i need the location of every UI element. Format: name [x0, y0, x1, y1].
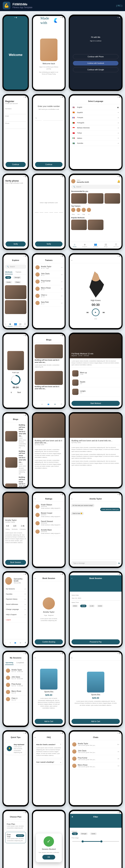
- tab-trainers[interactable]: Trainers: [15, 270, 22, 274]
- session-row[interactable]: Chen LiNov 20: [5, 695, 26, 703]
- back-icon[interactable]: ‹: [35, 498, 35, 500]
- lang-item[interactable]: 🇫🇷Français○: [72, 115, 120, 120]
- slider-handle[interactable]: [100, 840, 102, 842]
- trainer-row[interactable]: Amelia Taylor★ 4.8 · Yoga›: [35, 264, 63, 271]
- trainer-chip[interactable]: Li: [87, 208, 91, 215]
- play-button[interactable]: ▶: [92, 309, 99, 316]
- chat-row[interactable]: John DavisThat sounds great! See you...1…: [71, 748, 120, 755]
- back-icon[interactable]: ‹: [71, 259, 72, 261]
- slider-handle[interactable]: [82, 840, 84, 842]
- tab-completed[interactable]: Completed: [16, 661, 24, 665]
- faq-item[interactable]: How do I book a session?⌃ Lorem ipsum do…: [35, 742, 63, 758]
- phone-number-field[interactable]: [43, 116, 63, 121]
- prev-icon[interactable]: ⏮: [86, 311, 89, 314]
- tab-upcoming[interactable]: Upcoming: [5, 661, 13, 665]
- otp-digit[interactable]: [49, 208, 53, 213]
- otp-digit[interactable]: [44, 208, 48, 213]
- workout-card[interactable]: [71, 220, 87, 230]
- plan-card[interactable]: Free TrialSelected Lorem ipsum dolor sit…: [5, 832, 26, 843]
- add-to-cart-button[interactable]: Add to Cart: [35, 719, 63, 724]
- verify-button[interactable]: Verify: [5, 242, 26, 247]
- cat-chip[interactable]: Cardio: [5, 281, 12, 283]
- session-row[interactable]: John DavisNov 14 · 09:00 AM: [5, 674, 26, 681]
- avatar[interactable]: [5, 577, 12, 585]
- continue-google-button[interactable]: Continue with Google: [73, 67, 118, 72]
- search-input[interactable]: 🔍Search: [71, 185, 120, 189]
- filter-chip[interactable]: Strength: [80, 832, 88, 835]
- time-chip[interactable]: 02:00: [97, 604, 103, 607]
- trainer-row[interactable]: John Davis★ 4.7›: [35, 271, 63, 278]
- otp-digit[interactable]: [59, 208, 63, 213]
- workout-card[interactable]: [5, 300, 26, 314]
- lang-item[interactable]: 🇪🇸Español○: [72, 110, 120, 115]
- workout-card[interactable]: [88, 220, 103, 230]
- lang-item[interactable]: 🇮🇹Italiano○: [72, 136, 120, 141]
- trainer-row[interactable]: Chen Li★ 4.8›: [35, 292, 63, 300]
- phone-continue-button[interactable]: Continue: [35, 162, 62, 167]
- cat-chip[interactable]: Yoga: [5, 276, 11, 279]
- plan-card[interactable]: Free Plan Lorem ipsum dolor sit amet, co…: [5, 822, 26, 831]
- country-code-field[interactable]: +1: [35, 116, 42, 121]
- nav-explore[interactable]: ◈Explore: [83, 243, 87, 248]
- account-item[interactable]: Change Language›: [5, 607, 26, 612]
- account-item[interactable]: Saved Addresses›: [5, 602, 26, 607]
- otp-digit[interactable]: [54, 208, 58, 213]
- trainer-row[interactable]: Sara Park★ 4.7›: [35, 300, 63, 307]
- session-row[interactable]: Amelia TaylorNov 12 · 10:00 AM: [5, 667, 26, 674]
- next-button[interactable]: Next: [18, 392, 21, 393]
- workout-card[interactable]: [104, 193, 120, 204]
- back-icon[interactable]: ‹: [71, 498, 72, 500]
- lang-item[interactable]: 🇹🇷Türkçe○: [72, 130, 120, 136]
- time-chip[interactable]: 11:00: [89, 604, 95, 607]
- lang-item[interactable]: 🇸🇪Svenska○: [72, 141, 120, 146]
- nav-trainers[interactable]: 👥Trainers: [93, 243, 98, 248]
- phone-field[interactable]: [5, 124, 26, 129]
- chat-row[interactable]: Marco RossiThat sounds great! See you...…: [71, 762, 120, 769]
- back-icon[interactable]: ‹: [71, 577, 72, 579]
- otp-digit[interactable]: [39, 208, 43, 213]
- lang-item[interactable]: 🇮🇩Bahasa Indonesia○: [72, 125, 120, 130]
- session-row[interactable]: Marco RossiNov 18: [5, 688, 26, 695]
- tip-card[interactable]: 💡 Stay Hydrated Lorem ipsum dolor sit am…: [5, 742, 26, 755]
- filter-chip[interactable]: Yoga: [72, 832, 78, 835]
- account-item[interactable]: Help & Support›: [5, 612, 26, 617]
- cat-chip[interactable]: Strength: [13, 276, 21, 279]
- blog-row[interactable]: Building self love lorem sed do it amet …: [5, 424, 26, 449]
- continue-phone-button[interactable]: Continue with Phone: [73, 54, 118, 59]
- session-row[interactable]: Priya KumarNov 16 · 11:00 AM: [5, 681, 26, 688]
- trainer-chip[interactable]: Kay: [82, 208, 86, 215]
- date-field[interactable]: Nov 12, 2024: [71, 596, 120, 601]
- ok-button[interactable]: OK: [42, 855, 55, 860]
- blog-card[interactable]: [35, 344, 63, 358]
- blog-row[interactable]: Building self love lorem sed do it amet …: [5, 450, 26, 475]
- chat-row[interactable]: Amelia TaylorThat sounds great! See you.…: [71, 741, 120, 748]
- nav-blogs[interactable]: ▤Blogs: [104, 243, 107, 248]
- faq-item[interactable]: Can I cancel a booking?⌄: [35, 760, 63, 765]
- lang-item[interactable]: 🇵🇹Português○: [72, 120, 120, 125]
- blog-row[interactable]: Building self love lorem sed do it amet …: [5, 476, 26, 487]
- exercise-row[interactable]: Lungesx10: [71, 387, 120, 397]
- pause-icon[interactable]: ⏸: [10, 392, 12, 393]
- nav-home[interactable]: ⌂Home: [73, 243, 76, 248]
- book-session-button[interactable]: Book Session: [5, 560, 26, 565]
- account-item[interactable]: Favorites›: [5, 592, 26, 597]
- workout-card[interactable]: [88, 193, 103, 204]
- register-continue-button[interactable]: Continue: [5, 162, 26, 167]
- tab-workouts[interactable]: Workouts: [5, 270, 13, 274]
- send-icon[interactable]: ➤: [118, 562, 120, 564]
- continue-facebook-button[interactable]: Continue with Facebook: [73, 61, 118, 65]
- confirm-booking-button[interactable]: Confirm Booking: [35, 639, 63, 644]
- trainer-row[interactable]: Priya Kumar★ 4.9›: [35, 278, 63, 285]
- workout-card[interactable]: [5, 285, 26, 299]
- otp-digit[interactable]: [35, 208, 38, 213]
- filter-chip[interactable]: Cardio: [90, 832, 97, 835]
- blog-card[interactable]: [35, 371, 63, 385]
- time-chip[interactable]: 10:00: [80, 604, 87, 607]
- back-icon[interactable]: ‹: [35, 736, 35, 738]
- back-icon[interactable]: ‹: [71, 657, 72, 659]
- exercise-row[interactable]: Warm up2 min: [71, 369, 120, 378]
- message-input[interactable]: Type a message: [71, 561, 117, 565]
- proceed-pay-button[interactable]: Proceed to Pay: [71, 639, 120, 644]
- trainer-chip[interactable]: Amy: [71, 208, 75, 215]
- lang-item[interactable]: 🇺🇸English◉: [72, 105, 120, 110]
